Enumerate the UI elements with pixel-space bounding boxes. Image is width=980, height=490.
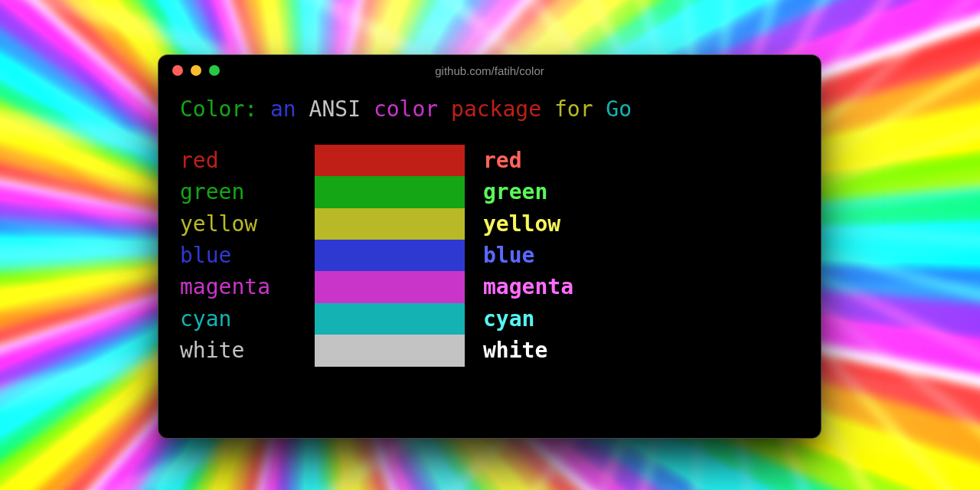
- zoom-icon[interactable]: [209, 65, 220, 76]
- window-title: github.com/fatih/color: [158, 64, 821, 77]
- color-row: cyan cyan: [180, 303, 799, 335]
- color-label-bold: red: [483, 145, 799, 176]
- color-label-normal: white: [180, 335, 315, 366]
- traffic-lights: [172, 65, 220, 76]
- color-swatch: [315, 303, 465, 335]
- color-label-bold: cyan: [483, 303, 799, 335]
- color-swatch: [315, 176, 465, 207]
- headline-word-3: package: [451, 96, 541, 122]
- color-label-bold: blue: [483, 240, 799, 271]
- color-row: magenta magenta: [180, 271, 799, 302]
- color-label-normal: yellow: [180, 208, 315, 240]
- color-row: green green: [180, 176, 799, 207]
- color-label-normal: cyan: [180, 303, 315, 335]
- window-titlebar: github.com/fatih/color: [158, 55, 821, 86]
- color-swatch: [315, 208, 465, 240]
- color-label-bold: yellow: [483, 208, 799, 240]
- color-label-normal: magenta: [180, 271, 315, 302]
- headline-word-5: Go: [606, 96, 632, 122]
- terminal-body: Color: an ANSI color package for Go red …: [158, 86, 821, 374]
- color-label-bold: magenta: [483, 271, 799, 302]
- headline: Color: an ANSI color package for Go: [180, 93, 799, 125]
- color-swatch: [315, 145, 465, 176]
- headline-word-4: for: [554, 96, 593, 122]
- color-swatch: [315, 240, 465, 271]
- color-label-bold: green: [483, 176, 799, 207]
- terminal-window: github.com/fatih/color Color: an ANSI co…: [158, 55, 821, 438]
- headline-word-1: ANSI: [309, 96, 361, 122]
- headline-word-0: an: [270, 96, 296, 122]
- headline-prefix: Color:: [180, 96, 257, 122]
- color-row: white white: [180, 335, 799, 366]
- headline-word-2: color: [374, 96, 438, 122]
- color-label-normal: red: [180, 145, 315, 176]
- close-icon[interactable]: [172, 65, 183, 76]
- color-label-normal: green: [180, 176, 315, 207]
- color-label-normal: blue: [180, 240, 315, 271]
- color-row: yellow yellow: [180, 208, 799, 240]
- color-label-bold: white: [483, 335, 799, 366]
- minimize-icon[interactable]: [191, 65, 201, 76]
- color-swatch: [315, 271, 465, 302]
- color-row: red red: [180, 145, 799, 176]
- color-row: blue blue: [180, 240, 799, 271]
- color-swatch: [315, 335, 465, 366]
